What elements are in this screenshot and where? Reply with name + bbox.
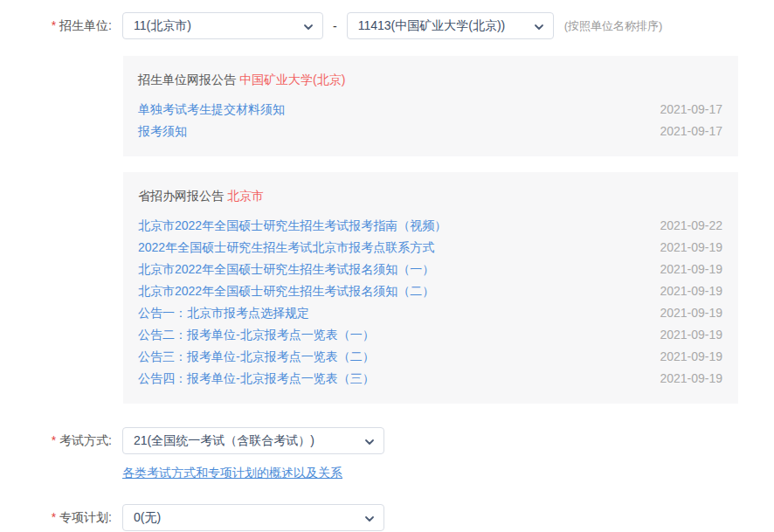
province-select-value: 11(北京市) bbox=[134, 18, 191, 34]
notice-date: 2021-09-17 bbox=[660, 121, 722, 142]
recruit-unit-label-text: 招生单位: bbox=[59, 18, 112, 32]
required-marker: * bbox=[52, 18, 56, 32]
chevron-down-icon bbox=[303, 22, 314, 32]
notice-panel: 省招办网报公告北京市 北京市2022年全国硕士研究生招生考试报考指南（视频） 2… bbox=[123, 172, 738, 404]
exam-method-label-text: 考试方式: bbox=[59, 433, 112, 447]
notice-row: 公告三：报考单位-北京报考点一览表（二） 2021-09-19 bbox=[138, 346, 722, 368]
chevron-down-icon bbox=[364, 514, 375, 524]
recruit-unit-row: *招生单位: 11(北京市) - 11413(中国矿业大学(北京)) (按照单位… bbox=[0, 12, 774, 39]
exam-help-row: 各类考试方式和专项计划的概述以及关系 bbox=[122, 466, 774, 481]
notice-link[interactable]: 北京市2022年全国硕士研究生招生考试报名须知（二） bbox=[138, 280, 434, 302]
notice-link[interactable]: 北京市2022年全国硕士研究生招生考试报考指南（视频） bbox=[138, 215, 446, 237]
notice-row: 报考须知 2021-09-17 bbox=[138, 121, 722, 142]
notice-link[interactable]: 公告二：报考单位-北京报考点一览表（一） bbox=[138, 324, 375, 346]
notice-date: 2021-09-17 bbox=[660, 99, 722, 121]
required-marker: * bbox=[52, 510, 56, 524]
panel-highlight: 北京市 bbox=[227, 189, 264, 203]
special-program-row: *专项计划: 0(无) bbox=[0, 504, 774, 531]
notice-link[interactable]: 公告一：北京市报考点选择规定 bbox=[138, 302, 309, 324]
unit-select[interactable]: 11413(中国矿业大学(北京)) bbox=[347, 12, 554, 39]
exam-method-select-value: 21(全国统一考试（含联合考试）) bbox=[134, 433, 314, 449]
notice-link[interactable]: 公告四：报考单位-北京报考点一览表（三） bbox=[138, 368, 375, 390]
notice-row: 公告四：报考单位-北京报考点一览表（三） 2021-09-19 bbox=[138, 368, 722, 390]
notice-date: 2021-09-19 bbox=[660, 324, 722, 346]
notice-list: 北京市2022年全国硕士研究生招生考试报考指南（视频） 2021-09-22 2… bbox=[138, 215, 722, 390]
notice-panel: 招生单位网报公告中国矿业大学(北京) 单独考试考生提交材料须知 2021-09-… bbox=[123, 56, 738, 156]
chevron-down-icon bbox=[364, 437, 375, 447]
exam-help-link[interactable]: 各类考试方式和专项计划的概述以及关系 bbox=[122, 466, 342, 480]
special-program-select-value: 0(无) bbox=[134, 510, 161, 526]
notice-link[interactable]: 北京市2022年全国硕士研究生招生考试报名须知（一） bbox=[138, 259, 434, 280]
notice-row: 2022年全国硕士研究生招生考试北京市报考点联系方式 2021-09-19 bbox=[138, 237, 722, 259]
notice-link[interactable]: 报考须知 bbox=[138, 121, 187, 142]
panel-highlight: 中国矿业大学(北京) bbox=[239, 73, 345, 86]
special-program-select[interactable]: 0(无) bbox=[122, 504, 384, 531]
notice-date: 2021-09-19 bbox=[660, 368, 722, 390]
special-program-label-text: 专项计划: bbox=[59, 510, 112, 524]
notice-date: 2021-09-22 bbox=[660, 215, 722, 237]
exam-method-row: *考试方式: 21(全国统一考试（含联合考试）) bbox=[0, 427, 774, 454]
special-program-label: *专项计划: bbox=[0, 510, 122, 526]
notice-list: 单独考试考生提交材料须知 2021-09-17 报考须知 2021-09-17 bbox=[138, 99, 722, 142]
notice-date: 2021-09-19 bbox=[660, 259, 722, 280]
panel-header: 招生单位网报公告中国矿业大学(北京) bbox=[138, 72, 722, 87]
notice-date: 2021-09-19 bbox=[660, 302, 722, 324]
notice-row: 北京市2022年全国硕士研究生招生考试报考指南（视频） 2021-09-22 bbox=[138, 215, 722, 237]
notice-row: 北京市2022年全国硕士研究生招生考试报名须知（二） 2021-09-19 bbox=[138, 280, 722, 302]
panel-title: 招生单位网报公告 bbox=[138, 73, 236, 86]
select-separator: - bbox=[333, 19, 337, 33]
province-select[interactable]: 11(北京市) bbox=[122, 12, 323, 39]
notice-row: 北京市2022年全国硕士研究生招生考试报名须知（一） 2021-09-19 bbox=[138, 259, 722, 280]
notice-date: 2021-09-19 bbox=[660, 237, 722, 259]
notice-date: 2021-09-19 bbox=[660, 280, 722, 302]
unit-sort-hint: (按照单位名称排序) bbox=[564, 18, 663, 34]
notice-link[interactable]: 单独考试考生提交材料须知 bbox=[138, 99, 285, 121]
chevron-down-icon bbox=[534, 22, 544, 32]
exam-method-select[interactable]: 21(全国统一考试（含联合考试）) bbox=[122, 427, 384, 454]
notice-date: 2021-09-19 bbox=[660, 346, 722, 368]
panel-header: 省招办网报公告北京市 bbox=[138, 188, 722, 204]
notice-link[interactable]: 公告三：报考单位-北京报考点一览表（二） bbox=[138, 346, 375, 368]
unit-select-value: 11413(中国矿业大学(北京)) bbox=[358, 18, 506, 34]
panel-title: 省招办网报公告 bbox=[138, 189, 224, 203]
recruit-unit-label: *招生单位: bbox=[0, 18, 122, 34]
notice-row: 公告二：报考单位-北京报考点一览表（一） 2021-09-19 bbox=[138, 324, 722, 346]
required-marker: * bbox=[52, 433, 56, 447]
notice-row: 公告一：北京市报考点选择规定 2021-09-19 bbox=[138, 302, 722, 324]
notice-link[interactable]: 2022年全国硕士研究生招生考试北京市报考点联系方式 bbox=[138, 237, 434, 259]
panels: 招生单位网报公告中国矿业大学(北京) 单独考试考生提交材料须知 2021-09-… bbox=[0, 56, 774, 404]
exam-method-label: *考试方式: bbox=[0, 433, 122, 449]
notice-row: 单独考试考生提交材料须知 2021-09-17 bbox=[138, 99, 722, 121]
